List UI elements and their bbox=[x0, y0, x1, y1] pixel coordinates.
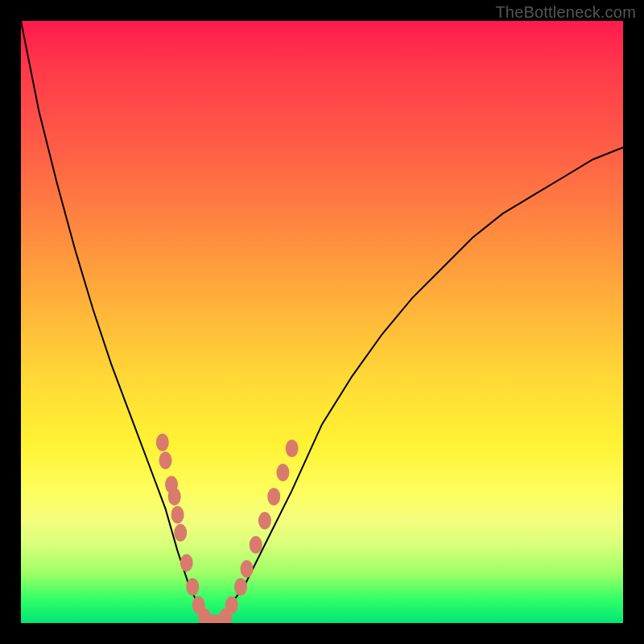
data-marker bbox=[234, 578, 247, 596]
data-marker bbox=[276, 464, 289, 481]
data-marker bbox=[159, 452, 172, 469]
data-marker bbox=[250, 536, 262, 554]
data-marker bbox=[171, 506, 184, 523]
data-marker bbox=[174, 524, 187, 542]
data-marker bbox=[225, 597, 238, 614]
data-marker bbox=[267, 488, 280, 506]
chart-overlay bbox=[21, 21, 623, 623]
data-marker bbox=[180, 554, 193, 572]
data-marker bbox=[168, 488, 181, 506]
data-marker bbox=[258, 512, 271, 530]
data-markers bbox=[156, 434, 299, 623]
data-marker bbox=[186, 578, 199, 596]
data-marker bbox=[286, 440, 299, 457]
data-marker bbox=[156, 434, 169, 452]
watermark-text: TheBottleneck.com bbox=[495, 3, 636, 22]
chart-frame: TheBottleneck.com bbox=[0, 0, 644, 644]
bottleneck-curve bbox=[21, 21, 623, 623]
data-marker bbox=[241, 560, 254, 578]
